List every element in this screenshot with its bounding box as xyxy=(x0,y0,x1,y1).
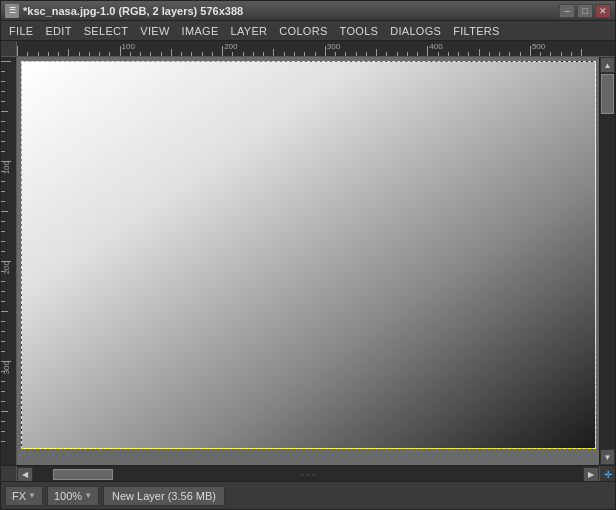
menu-select[interactable]: Select xyxy=(78,21,135,41)
mode-label: FX xyxy=(12,490,26,502)
scroll-dots: · · · xyxy=(301,469,315,480)
main-content-row: 100200300 ▲ ▼ xyxy=(1,57,615,465)
canvas-viewport xyxy=(17,57,599,465)
minimize-button[interactable]: – xyxy=(559,4,575,18)
bottom-row: ◀ · · · ▶ ✛ xyxy=(1,465,615,481)
vertical-scroll-thumb[interactable] xyxy=(601,74,614,114)
scroll-corner-bl xyxy=(1,466,17,481)
menu-filters[interactable]: Filters xyxy=(447,21,506,41)
horizontal-scroll-thumb[interactable] xyxy=(53,469,113,480)
scroll-right-button[interactable]: ▶ xyxy=(583,467,599,482)
horizontal-scrollbar: ◀ · · · ▶ xyxy=(17,466,599,481)
menu-file[interactable]: File xyxy=(3,21,39,41)
title-bar: ☰ *ksc_nasa.jpg-1.0 (RGB, 2 layers) 576x… xyxy=(1,1,615,21)
close-button[interactable]: ✕ xyxy=(595,4,611,18)
zoom-button[interactable]: 100% ▼ xyxy=(47,486,99,506)
top-ruler: 100200300400500 xyxy=(17,41,615,57)
title-bar-left: ☰ *ksc_nasa.jpg-1.0 (RGB, 2 layers) 576x… xyxy=(5,4,243,18)
mode-button[interactable]: FX ▼ xyxy=(5,486,43,506)
maximize-button[interactable]: □ xyxy=(577,4,593,18)
window-controls: – □ ✕ xyxy=(559,4,611,18)
zoom-arrow-icon: ▼ xyxy=(84,491,92,500)
horizontal-scroll-track[interactable]: · · · xyxy=(33,468,583,481)
vertical-scroll-track[interactable] xyxy=(600,73,615,449)
status-bar: FX ▼ 100% ▼ New Layer (3.56 MB) xyxy=(1,481,615,509)
ruler-corner xyxy=(1,41,17,57)
top-ruler-ticks: 100200300400500 xyxy=(17,41,615,56)
menu-colors[interactable]: Colors xyxy=(273,21,333,41)
corner-cross-icon: ✛ xyxy=(604,469,612,480)
scroll-up-button[interactable]: ▲ xyxy=(600,57,615,73)
window-title: *ksc_nasa.jpg-1.0 (RGB, 2 layers) 576x38… xyxy=(23,5,243,17)
menu-view[interactable]: View xyxy=(134,21,175,41)
menu-image[interactable]: Image xyxy=(176,21,225,41)
main-window: ☰ *ksc_nasa.jpg-1.0 (RGB, 2 layers) 576x… xyxy=(0,0,616,510)
zoom-label: 100% xyxy=(54,490,82,502)
mode-arrow-icon: ▼ xyxy=(28,491,36,500)
menu-dialogs[interactable]: Dialogs xyxy=(384,21,447,41)
vertical-scrollbar: ▲ ▼ xyxy=(599,57,615,465)
canvas-area: 100200300400500 100200300 ▲ ▼ xyxy=(1,41,615,481)
menu-edit[interactable]: Edit xyxy=(39,21,77,41)
status-info: New Layer (3.56 MB) xyxy=(103,486,225,506)
scroll-left-button[interactable]: ◀ xyxy=(17,467,33,482)
top-ruler-row: 100200300400500 xyxy=(1,41,615,57)
window-icon: ☰ xyxy=(5,4,19,18)
scroll-down-button[interactable]: ▼ xyxy=(600,449,615,465)
menu-bar: File Edit Select View Image Layer Colors… xyxy=(1,21,615,41)
image-canvas xyxy=(21,61,596,449)
left-ruler: 100200300 xyxy=(1,57,17,465)
menu-layer[interactable]: Layer xyxy=(225,21,274,41)
scroll-corner-br: ✛ xyxy=(599,466,615,481)
menu-tools[interactable]: Tools xyxy=(334,21,385,41)
canvas-container[interactable] xyxy=(17,57,599,465)
